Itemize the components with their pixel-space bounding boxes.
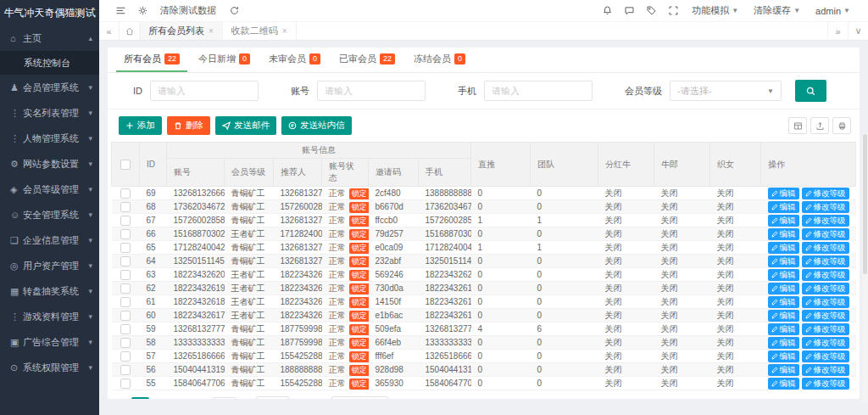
sidebar-item-游戏资料管理[interactable]: ⋮游戏资料管理▾	[0, 304, 99, 329]
edit-button[interactable]: 编辑	[768, 296, 799, 308]
edit-button[interactable]: 编辑	[768, 188, 799, 199]
edit-button[interactable]: 编辑	[768, 215, 799, 227]
change-level-button[interactable]: 修改等级	[802, 242, 849, 254]
member-tab-所有会员[interactable]: 所有会员22	[116, 48, 187, 72]
edit-button[interactable]: 编辑	[768, 364, 799, 376]
tag-icon[interactable]	[640, 0, 662, 22]
row-checkbox[interactable]	[120, 216, 131, 226]
send-message-button[interactable]: 发送站内信	[281, 116, 352, 135]
member-tab-今日新增[interactable]: 今日新增0	[191, 48, 258, 72]
search-button[interactable]	[795, 80, 826, 102]
scrollbar-thumb[interactable]	[863, 134, 867, 274]
sidebar-item-企业信息管理[interactable]: ❏企业信息管理▾	[0, 227, 99, 253]
add-button[interactable]: 添加	[119, 116, 162, 135]
edit-button[interactable]: 编辑	[768, 228, 799, 240]
lock-button[interactable]: 锁定	[349, 216, 369, 227]
vertical-scrollbar[interactable]	[862, 132, 868, 402]
edit-button[interactable]: 编辑	[768, 351, 799, 362]
sidebar-item-会员管理系统[interactable]: ♟会员管理系统▾	[0, 75, 99, 100]
row-checkbox[interactable]	[120, 256, 131, 266]
edit-button[interactable]: 编辑	[768, 337, 799, 349]
change-level-button[interactable]: 修改等级	[802, 351, 849, 362]
sidebar-item-系统权限管理[interactable]: ⊙系统权限管理▾	[0, 355, 99, 380]
edit-button[interactable]: 编辑	[768, 283, 799, 294]
member-tab-已审会员[interactable]: 已审会员22	[331, 48, 403, 72]
edit-button[interactable]: 编辑	[768, 242, 799, 254]
collapse-menu-icon[interactable]	[109, 0, 131, 22]
sidebar-item-网站参数设置[interactable]: ⚙网站参数设置▾	[0, 151, 99, 177]
close-icon[interactable]: ×	[209, 26, 214, 36]
row-checkbox[interactable]	[120, 297, 131, 307]
clear-cache-dropdown[interactable]: 清除缓存 ▼	[746, 4, 808, 17]
delete-button[interactable]: 删除	[167, 116, 210, 135]
row-checkbox[interactable]	[120, 202, 131, 212]
change-level-button[interactable]: 修改等级	[802, 323, 849, 335]
sidebar-subitem-系统控制台[interactable]: 系统控制台	[0, 51, 99, 75]
edit-button[interactable]: 编辑	[768, 323, 799, 335]
refresh-icon[interactable]	[223, 0, 245, 22]
change-level-button[interactable]: 修改等级	[802, 378, 849, 390]
lock-button[interactable]: 锁定	[349, 365, 369, 376]
tabs-scroll-left-icon[interactable]: «	[99, 22, 120, 40]
per-page-select[interactable]: 20 条/页 ▼	[331, 396, 388, 399]
edit-button[interactable]: 编辑	[768, 269, 799, 281]
page-tab-所有会员列表[interactable]: 所有会员列表×	[140, 22, 223, 40]
lock-button[interactable]: 锁定	[349, 297, 369, 308]
goto-page-input[interactable]	[213, 397, 236, 399]
lock-button[interactable]: 锁定	[349, 188, 369, 199]
row-checkbox[interactable]	[120, 365, 131, 375]
lock-button[interactable]: 锁定	[349, 338, 369, 349]
send-mail-button[interactable]: 发送邮件	[215, 116, 276, 135]
edit-button[interactable]: 编辑	[768, 201, 799, 213]
change-level-button[interactable]: 修改等级	[802, 337, 849, 349]
lock-button[interactable]: 锁定	[349, 351, 369, 362]
row-checkbox[interactable]	[120, 283, 131, 294]
change-level-button[interactable]: 修改等级	[802, 255, 849, 267]
close-icon[interactable]: ×	[282, 26, 287, 36]
admin-user-dropdown[interactable]: admin ▼	[808, 6, 858, 16]
row-checkbox[interactable]	[120, 379, 131, 389]
member-tab-未审会员[interactable]: 未审会员0	[261, 48, 328, 72]
sidebar-item-安全管理系统[interactable]: ☺安全管理系统▾	[0, 202, 99, 227]
lock-button[interactable]: 锁定	[349, 379, 369, 390]
sidebar-item-转盘抽奖系统[interactable]: ▦转盘抽奖系统▾	[0, 278, 99, 304]
phone-input[interactable]	[484, 81, 593, 101]
chat-icon[interactable]	[618, 0, 640, 22]
id-input[interactable]	[150, 81, 259, 101]
home-tab-icon[interactable]	[120, 22, 140, 40]
lock-button[interactable]: 锁定	[349, 243, 369, 254]
row-checkbox[interactable]	[120, 338, 131, 348]
bell-icon[interactable]	[596, 0, 618, 22]
lock-button[interactable]: 锁定	[349, 202, 369, 213]
edit-button[interactable]: 编辑	[768, 255, 799, 267]
tabs-menu-icon[interactable]: ∨	[848, 22, 868, 40]
edit-button[interactable]: 编辑	[768, 310, 799, 322]
lock-button[interactable]: 锁定	[349, 270, 369, 281]
change-level-button[interactable]: 修改等级	[802, 188, 849, 199]
row-checkbox[interactable]	[120, 351, 131, 362]
lock-button[interactable]: 锁定	[349, 256, 369, 267]
change-level-button[interactable]: 修改等级	[802, 310, 849, 322]
account-input[interactable]	[317, 81, 426, 101]
lock-button[interactable]: 锁定	[349, 324, 369, 335]
sidebar-item-用户资产管理[interactable]: ◎用户资产管理▾	[0, 253, 99, 278]
page-number-1[interactable]: 1	[131, 397, 149, 399]
select-all-checkbox[interactable]	[120, 160, 131, 170]
page-tab-收款二维码[interactable]: 收款二维码×	[223, 22, 297, 40]
lock-button[interactable]: 锁定	[349, 283, 369, 294]
row-checkbox[interactable]	[120, 188, 131, 199]
member-tab-冻结会员[interactable]: 冻结会员0	[406, 48, 473, 72]
change-level-button[interactable]: 修改等级	[802, 201, 849, 213]
tabs-scroll-right-icon[interactable]: »	[827, 22, 848, 40]
change-level-button[interactable]: 修改等级	[802, 215, 849, 227]
level-select[interactable]: -请选择- ▼	[670, 81, 782, 101]
lock-button[interactable]: 锁定	[349, 311, 369, 322]
sidebar-item-会员等级管理[interactable]: ◈会员等级管理▾	[0, 177, 99, 202]
edit-button[interactable]: 编辑	[768, 378, 799, 390]
goto-confirm-button[interactable]: 确定	[256, 396, 289, 399]
export-icon[interactable]	[810, 117, 829, 134]
change-level-button[interactable]: 修改等级	[802, 296, 849, 308]
row-checkbox[interactable]	[120, 270, 131, 280]
row-checkbox[interactable]	[120, 324, 131, 334]
fullscreen-icon[interactable]	[662, 0, 684, 22]
